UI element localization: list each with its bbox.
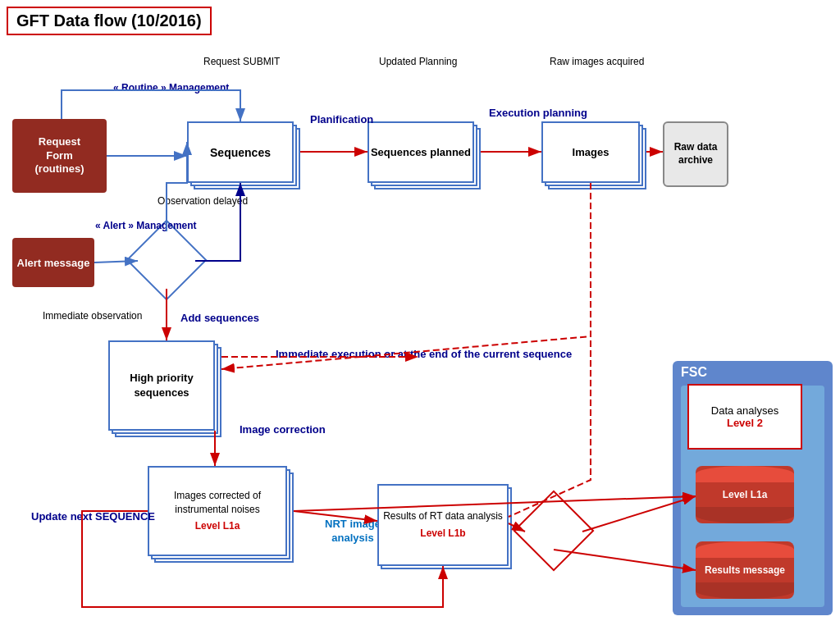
diamond-alert	[138, 231, 195, 289]
immediate-observation-label: Immediate observation	[43, 310, 142, 323]
request-submit-label: Request SUBMIT	[203, 56, 280, 69]
images-label: Images	[573, 146, 609, 158]
level2-label: Level 2	[727, 417, 763, 429]
cyl-l1a-label: Level L1a	[723, 489, 768, 500]
updated-planning-label: Updated Planning	[379, 56, 457, 69]
execution-planning-label: Execution planning	[489, 107, 587, 121]
results-message-cylinder: Results message	[696, 541, 794, 599]
routine-management-label: « Routine » Management	[113, 82, 229, 95]
alert-message-box: Alert message	[12, 238, 94, 287]
diamond-results	[525, 502, 582, 559]
title: GFT Data flow (10/2016)	[7, 7, 212, 35]
alert-message-label: Alert message	[17, 257, 90, 269]
raw-data-archive: Raw data archive	[663, 121, 728, 187]
data-analyses-label: Data analyses	[711, 404, 778, 417]
results-rt-label: Results of RT data analysis	[383, 509, 503, 523]
diagram: GFT Data flow (10/2016) FSC Data analyse…	[0, 0, 840, 630]
immediate-execution-label: Immediate execution or at the end of the…	[276, 346, 572, 363]
planification-label: Planification	[310, 113, 373, 126]
raw-images-label: Raw images acquired	[550, 56, 644, 69]
image-correction-label: Image correction	[240, 423, 326, 436]
fsc-label: FSC	[681, 365, 707, 380]
level-l1a-label: Level L1a	[195, 519, 240, 533]
results-message-label: Results message	[705, 564, 785, 576]
level-l1b-label: Level L1b	[420, 527, 465, 541]
update-next-sequence-label: Update next SEQUENCE	[31, 510, 155, 524]
request-form-label: Request Form (routines)	[35, 135, 84, 177]
add-sequences-label: Add sequences	[180, 312, 259, 324]
alert-management-label: « Alert » Management	[95, 220, 197, 233]
request-form-box: Request Form (routines)	[12, 119, 107, 193]
images-corrected-label: Images corrected of instrumental noises	[154, 489, 281, 517]
sequences-label: Sequences	[210, 146, 271, 159]
data-analyses-box: Data analyses Level 2	[687, 384, 802, 450]
level-l1a-cylinder: Level L1a	[696, 466, 794, 523]
sequences-planned-label: Sequences planned	[371, 146, 471, 158]
observation-delayed-label: Observation delayed	[158, 195, 248, 208]
high-priority-label: High priority sequences	[110, 371, 213, 400]
raw-data-label: Raw data archive	[664, 141, 727, 167]
